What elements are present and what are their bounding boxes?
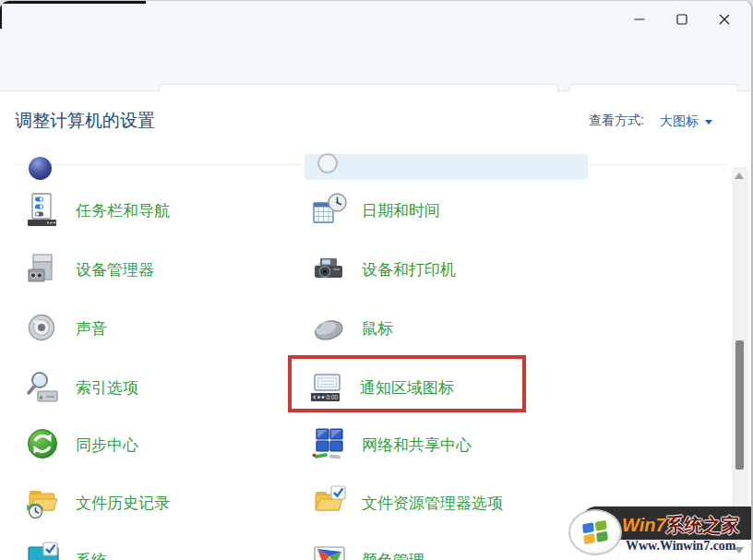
item-label: 索引选项 <box>76 377 138 399</box>
item-label: 文件资源管理器选项 <box>362 493 503 514</box>
device-manager-icon <box>24 250 63 289</box>
partial-clock-icon <box>317 153 338 173</box>
file-history-icon <box>24 483 63 522</box>
partial-globe-icon[interactable] <box>29 157 52 180</box>
watermark-brand-prefix: Win7 <box>622 515 666 535</box>
scrollbar-up-icon[interactable] <box>735 173 744 179</box>
watermark-brand-suffix: 系统之家 <box>666 515 740 535</box>
cpl-item-indexing-options[interactable]: 索引选项 <box>24 368 138 407</box>
mouse-icon <box>310 309 349 348</box>
close-button[interactable] <box>703 1 746 38</box>
item-label: 日期和时间 <box>362 200 440 221</box>
item-label: 颜色管理 <box>362 550 424 560</box>
page-header: 调整计算机的设置 查看方式: 大图标 <box>0 92 751 150</box>
date-time-icon <box>310 191 349 230</box>
windows-logo-icon <box>568 509 622 555</box>
scrollbar-thumb[interactable] <box>735 340 744 470</box>
cpl-item-taskbar-navigation[interactable]: 任务栏和导航 <box>24 191 170 230</box>
item-label: 系统 <box>76 550 107 560</box>
cpl-item-system[interactable]: 系统 <box>24 541 107 560</box>
partial-highlighted-item[interactable] <box>305 154 588 180</box>
cpl-item-sound[interactable]: 声音 <box>24 309 107 348</box>
watermark: Win7系统之家 Www.Winwin7.com <box>568 506 751 560</box>
window-controls <box>618 1 746 38</box>
cpl-item-color-management[interactable]: 颜色管理 <box>310 541 424 560</box>
view-mode-dropdown[interactable]: 大图标 <box>654 113 718 131</box>
network-sharing-icon <box>310 425 349 464</box>
partial-scrolled-row <box>0 151 736 180</box>
page-title: 调整计算机的设置 <box>15 109 155 133</box>
explorer-options-icon <box>310 483 349 522</box>
cpl-item-explorer-options[interactable]: 文件资源管理器选项 <box>310 483 503 522</box>
item-label: 文件历史记录 <box>76 493 170 514</box>
windows-flag-icon <box>582 520 608 544</box>
navigation-bar: 控制面板 所有控制面板项 <box>0 38 751 91</box>
title-bar <box>0 1 751 38</box>
cpl-item-sync-center[interactable]: 同步中心 <box>24 425 138 464</box>
taskbar-navigation-icon <box>24 191 63 230</box>
minimize-icon <box>634 14 645 25</box>
minimize-button[interactable] <box>618 1 661 38</box>
item-label: 设备和打印机 <box>362 259 456 280</box>
system-icon <box>24 541 63 560</box>
scrollbar-down-icon[interactable] <box>735 547 744 554</box>
red-highlight-annotation <box>288 355 526 412</box>
maximize-icon <box>676 14 687 25</box>
watermark-url: Www.Winwin7.com <box>626 539 736 554</box>
control-panel-items-area: 任务栏和导航 日期和时间 <box>0 150 751 560</box>
view-by-label: 查看方式: <box>589 113 644 129</box>
dropdown-triangle-icon <box>705 120 712 125</box>
item-label: 声音 <box>76 318 107 340</box>
watermark-brand: Win7系统之家 <box>622 513 740 538</box>
close-icon <box>719 14 730 25</box>
item-label: 设备管理器 <box>76 259 154 280</box>
cpl-item-network-sharing[interactable]: 网络和共享中心 <box>310 425 472 464</box>
sound-icon <box>24 309 63 348</box>
cpl-item-date-time[interactable]: 日期和时间 <box>310 191 440 230</box>
item-label: 同步中心 <box>76 435 138 456</box>
cpl-item-mouse[interactable]: 鼠标 <box>310 309 393 348</box>
view-mode-value: 大图标 <box>660 113 699 130</box>
indexing-options-icon <box>24 368 63 407</box>
window-edge-top <box>0 1 146 4</box>
item-label: 网络和共享中心 <box>362 435 472 456</box>
cpl-item-devices-printers[interactable]: 设备和打印机 <box>310 250 456 289</box>
color-management-icon <box>310 541 349 560</box>
sync-center-icon <box>24 425 63 464</box>
maximize-button[interactable] <box>661 1 703 38</box>
item-label: 鼠标 <box>362 318 393 340</box>
item-label: 任务栏和导航 <box>76 200 170 221</box>
cpl-item-device-manager[interactable]: 设备管理器 <box>24 250 154 289</box>
devices-printers-icon <box>310 250 349 289</box>
cpl-item-file-history[interactable]: 文件历史记录 <box>24 483 170 522</box>
control-panel-window: 控制面板 所有控制面板项 <box>0 0 753 560</box>
window-edge-left <box>0 1 2 29</box>
